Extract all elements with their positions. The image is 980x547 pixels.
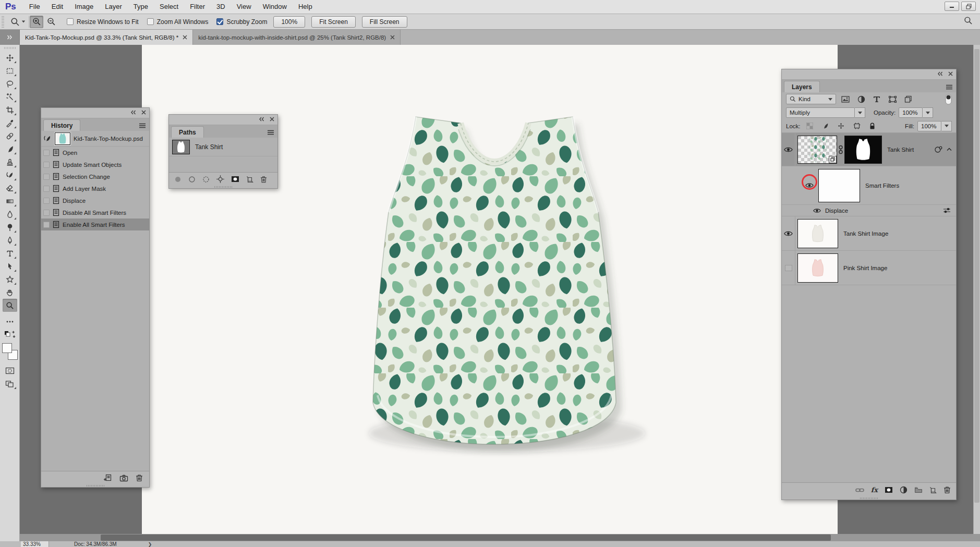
path-selection-tool-button[interactable] (3, 260, 17, 273)
crop-tool-button[interactable] (3, 103, 17, 116)
history-source-checkbox[interactable] (43, 162, 50, 168)
brush-tool-button[interactable] (3, 142, 17, 155)
panel-resize-grip[interactable] (169, 186, 277, 188)
layer-visibility-toggle[interactable] (782, 251, 795, 285)
delete-trash-icon[interactable] (260, 176, 267, 183)
horizontal-scrollbar-thumb[interactable] (101, 534, 831, 541)
delete-trash-icon[interactable] (136, 474, 143, 482)
layer-visibility-toggle[interactable] (782, 216, 795, 250)
delete-layer-trash-icon[interactable] (943, 486, 951, 494)
layer-name[interactable]: Pink Shirt Image (843, 265, 887, 271)
menu-view[interactable]: View (231, 0, 257, 14)
stroke-path-icon[interactable] (188, 176, 196, 183)
foreground-color-swatch[interactable] (2, 343, 12, 353)
lock-transparency-button[interactable] (804, 121, 816, 131)
vertical-scrollbar[interactable] (973, 45, 980, 534)
pen-tool-button[interactable] (3, 234, 17, 247)
lock-pixels-button[interactable] (819, 121, 832, 131)
history-brush-tool-button[interactable] (3, 168, 17, 181)
opacity-field[interactable]: 100% (899, 107, 923, 118)
shape-tool-button[interactable] (3, 273, 17, 286)
screen-mode-button[interactable] (3, 377, 17, 390)
vertical-scrollbar-thumb[interactable] (974, 49, 979, 503)
fit-screen-button[interactable]: Fit Screen (311, 16, 356, 28)
layer-thumbnail[interactable] (797, 219, 838, 248)
history-step-add-layer-mask[interactable]: Add Layer Mask (41, 183, 149, 195)
filter-pixel-layers-button[interactable] (839, 94, 852, 104)
close-panel-icon[interactable] (141, 110, 146, 115)
close-panel-icon[interactable] (270, 117, 274, 121)
history-tab[interactable]: History (43, 119, 80, 131)
history-source-checkbox[interactable] (43, 198, 50, 204)
menu-file[interactable]: File (23, 0, 46, 14)
lock-artboard-button[interactable] (851, 121, 863, 131)
menu-type[interactable]: Type (128, 0, 154, 14)
history-source-checkbox[interactable] (43, 150, 50, 156)
foreground-background-swatches[interactable] (2, 343, 18, 360)
history-source-checkbox[interactable] (43, 222, 50, 228)
zoom-level-field[interactable]: 33.33% (21, 541, 49, 547)
panel-resize-grip[interactable] (782, 497, 956, 500)
new-snapshot-camera-icon[interactable] (119, 475, 128, 482)
new-group-folder-icon[interactable] (914, 487, 923, 493)
opacity-caret[interactable] (923, 107, 933, 118)
eraser-tool-button[interactable] (3, 181, 17, 195)
layer-name[interactable]: Tank Shirt (887, 147, 914, 153)
path-row-tank-shirt[interactable]: Tank Shirt (169, 138, 277, 156)
blend-mode-caret[interactable] (855, 107, 865, 118)
hand-tool-button[interactable] (3, 286, 17, 299)
gradient-tool-button[interactable] (3, 195, 17, 208)
filter-kind-dropdown[interactable]: Kind (786, 94, 836, 104)
zoom-tool-button[interactable] (3, 299, 17, 312)
new-document-from-state-icon[interactable] (103, 474, 112, 482)
lock-position-button[interactable] (835, 121, 848, 131)
collapse-panel-icon[interactable] (130, 110, 136, 115)
panel-expand-button[interactable] (0, 30, 20, 45)
filter-adjustment-layers-button[interactable] (855, 94, 867, 104)
layer-row-tank-shirt-image[interactable]: Tank Shirt Image (782, 216, 956, 251)
quick-mask-button[interactable] (3, 364, 17, 377)
layer-row-tank-shirt[interactable]: Tank Shirt (782, 133, 956, 166)
displace-visibility-toggle[interactable] (813, 208, 821, 213)
history-step-selection-change[interactable]: Selection Change (41, 171, 149, 183)
search-icon[interactable] (964, 16, 973, 25)
blend-mode-dropdown[interactable]: Multiply (786, 107, 855, 118)
current-tool-indicator[interactable] (7, 16, 29, 28)
zoom-in-button[interactable] (30, 16, 43, 28)
healing-brush-tool-button[interactable] (3, 129, 17, 142)
menu-select[interactable]: Select (154, 0, 184, 14)
menu-window[interactable]: Window (257, 0, 293, 14)
filter-blending-options-icon[interactable] (943, 208, 951, 213)
close-tab-icon[interactable] (390, 35, 395, 40)
blur-tool-button[interactable] (3, 208, 17, 221)
mask-link-icon[interactable] (838, 145, 843, 154)
selection-as-path-icon[interactable] (216, 175, 224, 183)
layer-row-pink-shirt-image[interactable]: Pink Shirt Image (782, 251, 956, 285)
layer-style-fx-icon[interactable]: fx (871, 486, 878, 494)
panel-resize-grip[interactable] (41, 484, 149, 487)
resize-windows-option[interactable]: Resize Windows to Fit (67, 18, 139, 26)
toolbar-grip[interactable] (4, 47, 16, 49)
new-path-icon[interactable] (246, 176, 253, 183)
new-layer-icon[interactable] (929, 487, 937, 494)
filter-row-displace[interactable]: Displace (782, 205, 956, 216)
paths-tab[interactable]: Paths (171, 126, 204, 138)
history-step-update-smart-objects[interactable]: Update Smart Objects (41, 159, 149, 171)
filter-name[interactable]: Displace (825, 208, 848, 214)
zoom-all-windows-checkbox[interactable] (147, 18, 154, 25)
fill-caret[interactable] (941, 121, 952, 131)
add-mask-icon[interactable] (231, 176, 239, 183)
menu-layer[interactable]: Layer (99, 0, 128, 14)
history-step-open[interactable]: Open (41, 147, 149, 159)
history-source-checkbox[interactable] (43, 174, 50, 180)
layer-thumbnail[interactable] (797, 253, 838, 283)
more-tools-button[interactable] (3, 315, 17, 328)
path-as-selection-icon[interactable] (202, 176, 210, 183)
history-snapshot-row[interactable]: Kid-Tank-Top-Mockup.psd (41, 131, 149, 147)
smart-filter-indicator-icon[interactable] (934, 146, 942, 153)
swap-colors-button[interactable] (3, 328, 17, 341)
smart-object-thumbnail[interactable] (797, 136, 837, 164)
marquee-tool-button[interactable] (3, 64, 17, 77)
scrubby-zoom-option[interactable]: Scrubby Zoom (216, 18, 267, 26)
menu-help[interactable]: Help (293, 0, 318, 14)
